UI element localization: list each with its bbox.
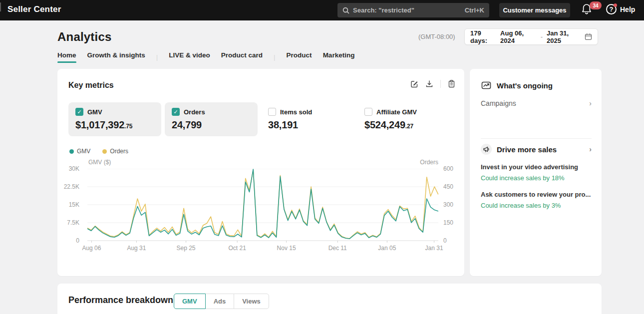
help-button[interactable]: ? Help	[606, 4, 635, 14]
x-axis-tick-label: Dec 11	[328, 245, 347, 252]
axis-tick-label: 600	[443, 165, 453, 172]
metric-label: Orders	[184, 108, 205, 116]
customer-messages-button[interactable]: Customer messages	[499, 3, 570, 17]
orders-legend-dot	[102, 149, 107, 154]
tab-live-video[interactable]: LIVE & video	[169, 51, 210, 63]
axis-tick-label: 300	[443, 201, 453, 208]
performance-segmented-control: GMV Ads Views	[174, 294, 269, 309]
search-shortcut: Ctrl+K	[465, 6, 484, 14]
axis-tick-label: 0	[76, 237, 79, 244]
suggestion-2-title: Ask customers to review your pro...	[481, 191, 594, 198]
tab-product-card[interactable]: Product card	[221, 51, 263, 63]
affiliate-gmv-checkbox[interactable]	[364, 108, 372, 116]
metric-label: GMV	[87, 108, 102, 116]
date-start: Aug 06, 2024	[500, 29, 537, 44]
axis-tick-label: 150	[443, 219, 453, 226]
date-end: Jan 31, 2025	[547, 29, 582, 44]
x-axis-tick-label: Oct 21	[228, 245, 246, 252]
key-metrics-toolbar	[410, 80, 455, 88]
metrics-chart-svg[interactable]	[87, 169, 438, 244]
right-axis-ticks: 6004503001500	[441, 169, 463, 241]
metric-card-row: ✓ GMV $1,017,392.75 ✓ Orders 24,799 Item…	[68, 102, 450, 136]
help-icon: ?	[606, 4, 617, 14]
calendar-icon	[585, 33, 592, 40]
campaigns-label: Campaigns	[481, 99, 516, 107]
toolbar-divider	[440, 80, 441, 88]
chart-legend: GMV Orders	[69, 148, 128, 155]
left-edge-divider	[0, 2, 1, 11]
topbar: Seller Center Search: "restricted" Ctrl+…	[0, 0, 644, 20]
segment-gmv[interactable]: GMV	[174, 294, 206, 309]
orders-checkbox[interactable]: ✓	[172, 108, 180, 116]
left-axis-title: GMV ($)	[88, 159, 111, 166]
edit-icon[interactable]	[410, 80, 418, 88]
metric-value: 24,799	[172, 119, 251, 131]
legend-orders[interactable]: Orders	[102, 148, 128, 155]
tab-home[interactable]: Home	[57, 51, 76, 63]
x-axis-tick-label: Jan 05	[378, 245, 396, 252]
tab-separator: |	[274, 53, 276, 61]
date-days-label: 179 days:	[470, 29, 497, 44]
axis-tick-label: 7.5K	[67, 219, 79, 226]
tab-separator: |	[156, 53, 158, 61]
whats-ongoing-header: What's ongoing	[481, 80, 553, 91]
chevron-right-icon: ›	[589, 145, 592, 153]
axis-tick-label: 30K	[69, 165, 79, 172]
x-axis-tick-label: Aug 31	[127, 245, 146, 252]
gmv-legend-dot	[69, 149, 74, 154]
analytics-tabs: Home Growth & insights | LIVE & video Pr…	[57, 51, 354, 63]
x-axis-tick-label: Nov 15	[277, 245, 296, 252]
clipboard-icon[interactable]	[448, 80, 455, 88]
segment-ads[interactable]: Ads	[205, 294, 235, 309]
metric-value: 38,191	[268, 119, 347, 131]
drive-more-sales-title: Drive more sales	[497, 145, 557, 154]
whats-ongoing-card: What's ongoing Campaigns › Drive more sa…	[470, 69, 602, 276]
metric-card-items-sold[interactable]: Items sold 38,191	[261, 102, 354, 136]
tab-marketing[interactable]: Marketing	[323, 51, 355, 63]
chevron-right-icon: ›	[589, 99, 592, 107]
metric-label: Affiliate GMV	[376, 108, 417, 116]
metric-card-orders[interactable]: ✓ Orders 24,799	[165, 102, 258, 136]
metric-value: $1,017,392.75	[75, 119, 154, 131]
axis-tick-label: 15K	[69, 201, 79, 208]
timezone-label: (GMT-08:00)	[418, 33, 455, 40]
drive-more-sales-header[interactable]: Drive more sales ›	[481, 144, 592, 155]
notifications-button[interactable]: 34	[581, 3, 603, 18]
page-title: Analytics	[57, 30, 112, 44]
campaigns-row[interactable]: Campaigns ›	[481, 99, 592, 107]
suggestion-1-action[interactable]: Could increase sales by 18%	[481, 174, 565, 182]
date-range-picker[interactable]: 179 days: Aug 06, 2024 - Jan 31, 2025	[464, 28, 598, 45]
suggestion-2-action[interactable]: Could increase sales by 3%	[481, 202, 561, 209]
key-metrics-card: Key metrics ✓ GMV $1,017,392.75 ✓ Orders…	[57, 69, 464, 276]
suggestion-1-title: Invest in your video advertising	[481, 163, 594, 171]
tab-growth-insights[interactable]: Growth & insights	[87, 51, 145, 63]
metric-label: Items sold	[280, 108, 312, 116]
axis-tick-label: 22.5K	[64, 183, 79, 190]
x-axis-tick-label: Jan 31	[425, 245, 443, 252]
gmv-checkbox[interactable]: ✓	[75, 108, 83, 116]
performance-breakdown-title: Performance breakdown	[68, 295, 173, 306]
date-separator: -	[541, 33, 543, 40]
key-metrics-title: Key metrics	[68, 81, 114, 90]
panel-divider	[481, 138, 592, 139]
notification-badge: 34	[590, 1, 602, 9]
axis-tick-label: 450	[443, 183, 453, 190]
x-axis-tick-label: Sep 25	[177, 245, 196, 252]
tab-product[interactable]: Product	[287, 51, 312, 63]
download-icon[interactable]	[425, 80, 433, 88]
legend-gmv[interactable]: GMV	[69, 148, 90, 155]
trend-icon	[481, 80, 492, 91]
right-axis-title: Orders	[420, 159, 438, 166]
segment-views[interactable]: Views	[234, 294, 269, 309]
metric-card-affiliate-gmv[interactable]: Affiliate GMV $524,249.27	[357, 102, 450, 136]
axis-tick-label: 0	[443, 237, 447, 244]
search-placeholder: Search: "restricted"	[353, 6, 461, 14]
megaphone-icon	[481, 144, 492, 155]
items-sold-checkbox[interactable]	[268, 108, 276, 116]
app-title: Seller Center	[7, 4, 61, 14]
search-icon	[342, 7, 349, 14]
left-axis-ticks: 30K22.5K15K7.5K0	[57, 169, 83, 241]
search-input[interactable]: Search: "restricted" Ctrl+K	[337, 3, 489, 17]
help-notification-dot	[614, 3, 617, 7]
metric-card-gmv[interactable]: ✓ GMV $1,017,392.75	[68, 102, 161, 136]
